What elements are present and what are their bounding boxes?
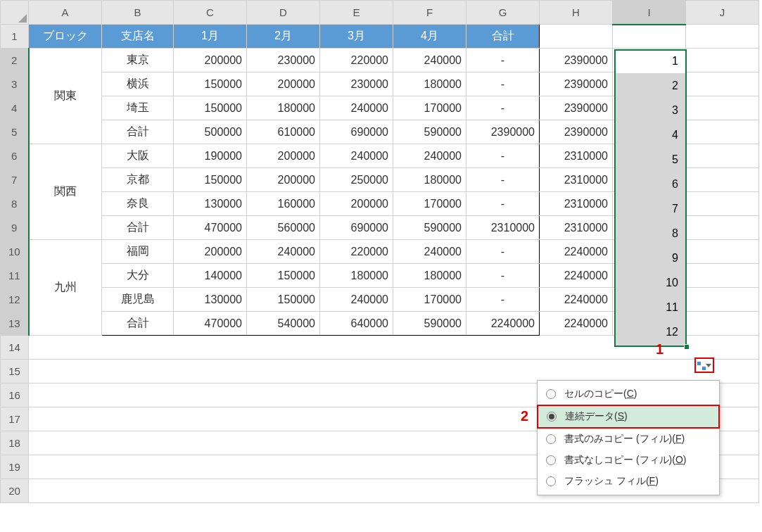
- cell-E5[interactable]: 690000: [320, 120, 393, 144]
- row-header-8[interactable]: 8: [1, 192, 29, 216]
- cell-J12[interactable]: [686, 288, 759, 312]
- cell-F11[interactable]: 180000: [393, 264, 466, 288]
- cell-C11[interactable]: 140000: [174, 264, 247, 288]
- cell-J5[interactable]: [686, 120, 759, 144]
- cell-I1[interactable]: [613, 25, 686, 49]
- row-header-12[interactable]: 12: [1, 288, 29, 312]
- cell-H10[interactable]: 2240000: [540, 240, 613, 264]
- row-header-6[interactable]: 6: [1, 144, 29, 168]
- cell-C12[interactable]: 130000: [174, 288, 247, 312]
- select-all-corner[interactable]: [1, 1, 29, 25]
- row-header-10[interactable]: 10: [1, 240, 29, 264]
- cell-A1[interactable]: ブロック: [29, 25, 102, 49]
- cell-D8[interactable]: 160000: [247, 192, 320, 216]
- cell-F4[interactable]: 170000: [393, 96, 466, 120]
- cell-G9[interactable]: 2310000: [466, 216, 540, 240]
- cell-D5[interactable]: 610000: [247, 120, 320, 144]
- cell-H5[interactable]: 2390000: [540, 120, 613, 144]
- cell-D11[interactable]: 150000: [247, 264, 320, 288]
- cell-H11[interactable]: 2240000: [540, 264, 613, 288]
- cell-B7[interactable]: 京都: [102, 168, 174, 192]
- cell-B11[interactable]: 大分: [102, 264, 174, 288]
- autofill-options-button[interactable]: [694, 357, 714, 373]
- cell-F10[interactable]: 240000: [393, 240, 466, 264]
- cell-A6[interactable]: 関西: [29, 144, 102, 240]
- row-header-14[interactable]: 14: [1, 336, 29, 360]
- cell-C5[interactable]: 500000: [174, 120, 247, 144]
- menu-item-flash-fill[interactable]: フラッシュ フィル(F): [538, 471, 719, 492]
- col-header-G[interactable]: G: [466, 1, 540, 25]
- col-header-A[interactable]: A: [29, 1, 102, 25]
- menu-item-fill-formatting[interactable]: 書式のみコピー (フィル)(F): [538, 429, 719, 450]
- cell-G5[interactable]: 2390000: [466, 120, 540, 144]
- cell-J8[interactable]: [686, 192, 759, 216]
- cell-H12[interactable]: 2240000: [540, 288, 613, 312]
- cell-D2[interactable]: 230000: [247, 49, 320, 72]
- cell-G12[interactable]: -: [466, 288, 540, 312]
- cell-C9[interactable]: 470000: [174, 216, 247, 240]
- cell-E1[interactable]: 3月: [320, 25, 393, 49]
- cell-H1[interactable]: [540, 25, 613, 49]
- cell-E2[interactable]: 220000: [320, 49, 393, 72]
- cell-G8[interactable]: -: [466, 192, 540, 216]
- cell-B6[interactable]: 大阪: [102, 144, 174, 168]
- cell-F8[interactable]: 170000: [393, 192, 466, 216]
- col-header-I[interactable]: I: [613, 1, 686, 25]
- cell-A10[interactable]: 九州: [29, 240, 102, 336]
- cell-D3[interactable]: 200000: [247, 72, 320, 96]
- cell-F7[interactable]: 180000: [393, 168, 466, 192]
- cell-G13[interactable]: 2240000: [466, 312, 540, 336]
- cell-H3[interactable]: 2390000: [540, 72, 613, 96]
- cell-J11[interactable]: [686, 264, 759, 288]
- cell-D13[interactable]: 540000: [247, 312, 320, 336]
- cell-J7[interactable]: [686, 168, 759, 192]
- cell-G7[interactable]: -: [466, 168, 540, 192]
- cell-F12[interactable]: 170000: [393, 288, 466, 312]
- cell-H7[interactable]: 2310000: [540, 168, 613, 192]
- cell-J6[interactable]: [686, 144, 759, 168]
- cell-C4[interactable]: 150000: [174, 96, 247, 120]
- cell-E10[interactable]: 220000: [320, 240, 393, 264]
- cell-G4[interactable]: -: [466, 96, 540, 120]
- cell-F1[interactable]: 4月: [393, 25, 466, 49]
- cell-E7[interactable]: 250000: [320, 168, 393, 192]
- cell-B13[interactable]: 合計: [102, 312, 174, 336]
- col-header-E[interactable]: E: [320, 1, 393, 25]
- cell-F6[interactable]: 240000: [393, 144, 466, 168]
- row-header-4[interactable]: 4: [1, 96, 29, 120]
- row-header-5[interactable]: 5: [1, 120, 29, 144]
- col-header-H[interactable]: H: [540, 1, 613, 25]
- cell-C6[interactable]: 190000: [174, 144, 247, 168]
- cell-J4[interactable]: [686, 96, 759, 120]
- col-header-F[interactable]: F: [393, 1, 466, 25]
- cell-G10[interactable]: -: [466, 240, 540, 264]
- cell-G3[interactable]: -: [466, 72, 540, 96]
- cell-J2[interactable]: [686, 49, 759, 72]
- cell-B3[interactable]: 横浜: [102, 72, 174, 96]
- cell-J13[interactable]: [686, 312, 759, 336]
- cell-B8[interactable]: 奈良: [102, 192, 174, 216]
- row-header-16[interactable]: 16: [1, 384, 29, 407]
- row-header-17[interactable]: 17: [1, 407, 29, 431]
- cell-F3[interactable]: 180000: [393, 72, 466, 96]
- col-header-J[interactable]: J: [686, 1, 759, 25]
- cell-B9[interactable]: 合計: [102, 216, 174, 240]
- cell-J3[interactable]: [686, 72, 759, 96]
- menu-item-copy-cells[interactable]: セルのコピー(C): [538, 384, 719, 405]
- cell-E4[interactable]: 240000: [320, 96, 393, 120]
- col-header-C[interactable]: C: [174, 1, 247, 25]
- cell-E8[interactable]: 200000: [320, 192, 393, 216]
- cell-D12[interactable]: 150000: [247, 288, 320, 312]
- cell-B10[interactable]: 福岡: [102, 240, 174, 264]
- cell-C1[interactable]: 1月: [174, 25, 247, 49]
- row-header-18[interactable]: 18: [1, 431, 29, 455]
- cell-C8[interactable]: 130000: [174, 192, 247, 216]
- cell-F13[interactable]: 590000: [393, 312, 466, 336]
- cell-H2[interactable]: 2390000: [540, 49, 613, 72]
- cell-D10[interactable]: 240000: [247, 240, 320, 264]
- cell-A2[interactable]: 関東: [29, 49, 102, 144]
- row-header-9[interactable]: 9: [1, 216, 29, 240]
- cell-J9[interactable]: [686, 216, 759, 240]
- cell-G2[interactable]: -: [466, 49, 540, 72]
- menu-item-fill-without-formatting[interactable]: 書式なしコピー (フィル)(O): [538, 450, 719, 471]
